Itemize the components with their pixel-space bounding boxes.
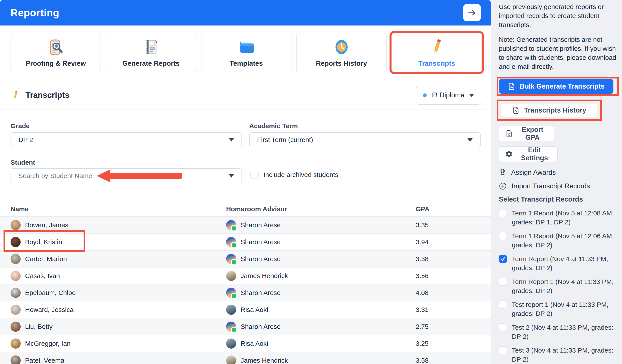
table-row[interactable]: Liu, Betty Sharon Arese 2.75 xyxy=(0,318,491,335)
clock-icon xyxy=(333,37,350,56)
bulk-generate-transcripts-button[interactable]: Bulk Generate Transcripts xyxy=(499,79,613,94)
record-checkbox[interactable] xyxy=(499,346,507,354)
student-name[interactable]: Patel, Veema xyxy=(25,357,64,364)
record-label: Term Report (Nov 4 at 11:33 PM, grades: … xyxy=(512,254,618,272)
record-checkbox[interactable] xyxy=(499,323,507,331)
include-archived-label: Include archived students xyxy=(264,171,338,179)
advisor-name: James Hendrick xyxy=(241,272,288,280)
gpa-value: 3.94 xyxy=(416,238,491,246)
student-avatar xyxy=(11,271,21,281)
include-archived-checkbox-row[interactable]: Include archived students xyxy=(250,171,338,179)
advisor-avatar xyxy=(226,288,236,298)
students-table: Name Homeroom Advisor GPA Bowen, James S… xyxy=(0,202,491,364)
student-name[interactable]: Carter, Marion xyxy=(25,255,67,263)
record-checkbox-checked[interactable] xyxy=(499,255,507,263)
record-label: Term Report 1 (Nov 4 at 11:33 PM, grades… xyxy=(512,277,618,295)
record-label: Test 2 (Nov 4 at 11:33 PM, grades: DP 2) xyxy=(512,323,618,341)
advisor-name: Sharon Arese xyxy=(241,289,281,296)
advisor-avatar xyxy=(226,339,236,349)
import-transcript-records-link[interactable]: Import Transcript Records xyxy=(499,182,618,190)
transcript-record-item[interactable]: Test report 1 (Nov 4 at 11:33 PM, grades… xyxy=(499,300,618,318)
advisor-name: Sharon Arese xyxy=(241,238,281,246)
academic-term-value: First Term (current) xyxy=(257,136,313,144)
student-name[interactable]: Bowen, James xyxy=(25,221,68,229)
folder-icon xyxy=(238,37,255,56)
pencil-icon xyxy=(11,90,20,101)
student-name[interactable]: McGreggor, Ian xyxy=(25,340,71,347)
tab-generate-reports[interactable]: Generate Reports xyxy=(106,33,196,72)
record-checkbox[interactable] xyxy=(499,209,507,217)
record-label: Test 3 (Nov 4 at 11:33 PM, grades: DP 2) xyxy=(512,346,618,364)
select-transcript-records-heading: Select Transcript Records xyxy=(499,195,618,203)
record-checkbox[interactable] xyxy=(499,278,507,286)
advisor-avatar xyxy=(226,322,236,332)
pdf-file-icon xyxy=(512,107,520,114)
tab-reports-history[interactable]: Reports History xyxy=(296,33,387,72)
table-row[interactable]: Carter, Marion Sharon Arese 3.38 xyxy=(0,251,491,268)
student-avatar xyxy=(11,288,21,298)
tab-proofing-review[interactable]: Proofing & Review xyxy=(11,33,101,72)
export-gpa-button[interactable]: Export GPA xyxy=(499,126,554,141)
student-name[interactable]: Liu, Betty xyxy=(25,323,53,330)
sidebar-note-text: Note: Generated transcripts are not publ… xyxy=(499,35,618,71)
advisor-avatar xyxy=(226,237,236,247)
assign-awards-link[interactable]: Assign Awards xyxy=(499,168,618,177)
page-title: Reporting xyxy=(11,7,59,19)
plus-circle-icon xyxy=(499,182,507,190)
student-name[interactable]: Howard, Jessica xyxy=(25,306,74,313)
table-row[interactable]: McGreggor, Ian Risa Aoki 3.25 xyxy=(0,335,491,352)
student-avatar xyxy=(11,355,21,364)
pdf-file-icon xyxy=(508,83,515,90)
student-avatar xyxy=(11,305,21,315)
excel-file-icon xyxy=(505,130,513,137)
record-checkbox[interactable] xyxy=(499,232,507,240)
academic-term-select[interactable]: First Term (current) xyxy=(249,132,481,147)
edit-settings-label: Edit Settings xyxy=(517,146,552,162)
student-label: Student xyxy=(11,159,35,166)
transcript-record-item[interactable]: Test 3 (Nov 4 at 11:33 PM, grades: DP 2) xyxy=(499,346,618,364)
program-selector[interactable]: IB Diploma xyxy=(416,86,481,105)
advisor-avatar xyxy=(226,254,236,264)
student-name[interactable]: Boyd, Kristin xyxy=(25,238,62,246)
bulk-generate-label: Bulk Generate Transcripts xyxy=(520,82,605,90)
table-row[interactable]: Boyd, Kristin Sharon Arese 3.94 xyxy=(0,234,491,251)
tab-label: Proofing & Review xyxy=(26,60,86,68)
transcripts-history-button[interactable]: Transcripts History xyxy=(501,103,597,117)
pencil-icon xyxy=(428,37,445,56)
tab-label: Reports History xyxy=(316,60,367,68)
transcript-record-item[interactable]: Term 1 Report (Nov 5 at 12:06 AM, grades… xyxy=(499,232,618,250)
transcript-record-item[interactable]: Term Report 1 (Nov 4 at 11:33 PM, grades… xyxy=(499,277,618,295)
tab-templates[interactable]: Templates xyxy=(201,33,292,72)
transcript-record-item[interactable]: Test 2 (Nov 4 at 11:33 PM, grades: DP 2) xyxy=(499,323,618,341)
table-row[interactable]: Bowen, James Sharon Arese 3.35 xyxy=(0,217,491,234)
table-row[interactable]: Patel, Veema James Hendrick 3.58 xyxy=(0,352,491,364)
student-avatar xyxy=(11,339,21,349)
table-row[interactable]: Epelbaum, Chloe Sharon Arese 4.08 xyxy=(0,284,491,301)
sidebar-intro-text: Use previously generated reports or impo… xyxy=(499,2,618,29)
gpa-value: 3.35 xyxy=(416,221,491,229)
student-name[interactable]: Casas, Ivan xyxy=(25,272,60,280)
collapse-panel-button[interactable] xyxy=(463,4,481,21)
transcript-record-item[interactable]: Term 1 Report (Nov 5 at 12:08 AM, grades… xyxy=(499,209,618,227)
column-name: Name xyxy=(11,205,226,213)
student-search-placeholder: Search by Student Name xyxy=(19,172,92,180)
student-search-select[interactable]: Search by Student Name xyxy=(11,168,242,183)
student-name[interactable]: Epelbaum, Chloe xyxy=(25,289,76,296)
annotation-box-bulk-generate: Bulk Generate Transcripts xyxy=(497,77,619,96)
advisor-name: Sharon Arese xyxy=(241,255,281,263)
import-records-label: Import Transcript Records xyxy=(512,182,590,190)
advisor-name: Sharon Arese xyxy=(241,323,281,330)
report-cards-icon xyxy=(142,37,160,56)
advisor-name: Risa Aoki xyxy=(241,340,268,347)
tab-transcripts[interactable]: Transcripts xyxy=(391,33,482,72)
gpa-value: 3.25 xyxy=(416,340,491,347)
record-checkbox[interactable] xyxy=(499,300,507,309)
table-row[interactable]: Howard, Jessica Risa Aoki 3.31 xyxy=(0,301,491,318)
edit-settings-button[interactable]: Edit Settings xyxy=(499,146,558,162)
include-archived-checkbox[interactable] xyxy=(250,171,259,179)
table-row[interactable]: Casas, Ivan James Hendrick 3.56 xyxy=(0,268,491,284)
tab-label: Generate Reports xyxy=(122,60,179,68)
transcript-record-item[interactable]: Term Report (Nov 4 at 11:33 PM, grades: … xyxy=(499,254,618,272)
grade-select[interactable]: DP 2 xyxy=(11,132,242,147)
transcripts-sidebar: Use previously generated reports or impo… xyxy=(491,0,622,364)
